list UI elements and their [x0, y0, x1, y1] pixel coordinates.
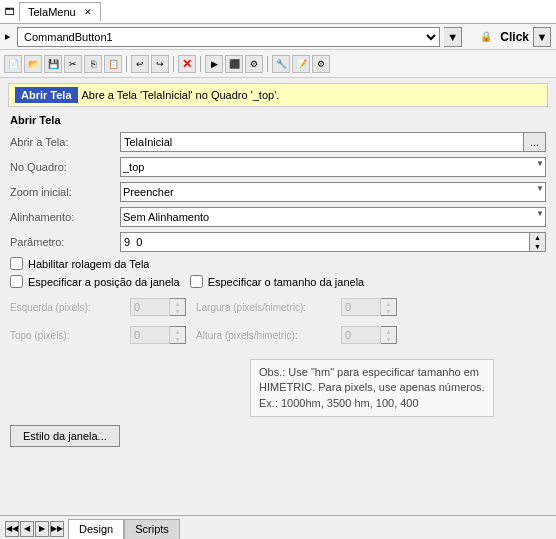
no-quadro-select[interactable]: _top _blank _self _parent [120, 157, 546, 177]
largura-spinner: ▲ ▼ [381, 298, 397, 316]
esquerda-spin-up: ▲ [170, 299, 185, 307]
nav-arrows: ◀◀ ◀ ▶ ▶▶ [5, 521, 64, 537]
topo-input-group: ▲ ▼ [130, 326, 186, 344]
topo-input [130, 326, 170, 344]
tab-design-label: Design [79, 523, 113, 535]
browse-label: ... [530, 136, 539, 148]
abrir-tela-input[interactable] [120, 132, 524, 152]
parametro-spin-up[interactable]: ▲ [530, 233, 545, 242]
alinhamento-select-wrapper: Sem Alinhamento Centro Topo ▼ [120, 207, 546, 227]
title-bar: 🗔 TelaMenu ✕ [0, 0, 556, 24]
zoom-select[interactable]: Preencher 100% Ajustar [120, 182, 546, 202]
largura-input [341, 298, 381, 316]
alinhamento-select[interactable]: Sem Alinhamento Centro Topo [120, 207, 546, 227]
especificar-tamanho-checkbox[interactable] [190, 275, 203, 288]
separator-3 [200, 56, 201, 72]
browse-button[interactable]: ... [524, 132, 546, 152]
altura-spinner: ▲ ▼ [381, 326, 397, 344]
info-action-label: Abrir Tela [15, 87, 78, 103]
click-label: Click [500, 30, 529, 44]
obs-text: Obs.: Use "hm" para especificar tamanho … [259, 366, 485, 409]
largura-spin-down: ▼ [381, 307, 396, 315]
no-quadro-select-wrapper: _top _blank _self _parent ▼ [120, 157, 546, 177]
altura-spin-down: ▼ [381, 335, 396, 343]
bottom-tab-bar: ◀◀ ◀ ▶ ▶▶ Design Scripts [0, 515, 556, 539]
properties-button[interactable]: 🔧 [272, 55, 290, 73]
build-button[interactable]: ⚙ [245, 55, 263, 73]
topo-label: Topo (pixels): [10, 330, 130, 341]
parametro-spin-down[interactable]: ▼ [530, 242, 545, 251]
no-quadro-label: No Quadro: [10, 161, 120, 173]
altura-spin-up: ▲ [381, 327, 396, 335]
largura-spin-up: ▲ [381, 299, 396, 307]
esquerda-spinner: ▲ ▼ [170, 298, 186, 316]
run-button[interactable]: ▶ [205, 55, 223, 73]
parametro-input-group: ▲ ▼ [120, 232, 546, 252]
section-title: Abrir Tela [10, 114, 546, 126]
window-tab[interactable]: TelaMenu ✕ [19, 2, 101, 21]
esquerda-input-group: ▲ ▼ [130, 298, 186, 316]
especificar-posicao-checkbox[interactable] [10, 275, 23, 288]
esquerda-label: Esquerda (pixels): [10, 302, 130, 313]
alinhamento-row: Alinhamento: Sem Alinhamento Centro Topo… [10, 207, 546, 227]
nav-last-button[interactable]: ▶▶ [50, 521, 64, 537]
paste-button[interactable]: 📋 [104, 55, 122, 73]
altura-row: Altura (pixels/himetric): ▲ ▼ [196, 326, 397, 344]
tab-close-icon[interactable]: ✕ [84, 7, 92, 17]
new-button[interactable]: 📄 [4, 55, 22, 73]
save-button[interactable]: 💾 [44, 55, 62, 73]
estilo-button-container: Estilo da janela... [10, 425, 546, 447]
command-dropdown-arrow[interactable]: ▼ [444, 27, 462, 47]
parametro-label: Parâmetro: [10, 236, 120, 248]
command-dropdown[interactable]: CommandButton1 [17, 27, 440, 47]
copy-button[interactable]: ⎘ [84, 55, 102, 73]
click-arrow-icon: ▼ [537, 31, 548, 43]
topo-spinner: ▲ ▼ [170, 326, 186, 344]
abrir-tela-label: Abrir a Tela: [10, 136, 120, 148]
click-dropdown-arrow[interactable]: ▼ [533, 27, 551, 47]
tab-design[interactable]: Design [68, 519, 124, 539]
altura-input [341, 326, 381, 344]
especificar-tamanho-row: Especificar o tamanho da janela [190, 275, 365, 288]
estilo-button[interactable]: Estilo da janela... [10, 425, 120, 447]
settings-button[interactable]: ⚙ [312, 55, 330, 73]
parametro-input[interactable] [120, 232, 530, 252]
especificar-posicao-label: Especificar a posição da janela [28, 276, 180, 288]
nav-first-button[interactable]: ◀◀ [5, 521, 19, 537]
info-description: Abre a Tela 'TelaInicial' no Quadro '_to… [82, 89, 280, 101]
toolbar: 📄 📂 💾 ✂ ⎘ 📋 ↩ ↪ ✕ ▶ ⬛ ⚙ 🔧 📝 ⚙ [0, 50, 556, 78]
undo-button[interactable]: ↩ [131, 55, 149, 73]
lock-icon: 🔒 [480, 31, 492, 42]
esquerda-spin-down: ▼ [170, 307, 185, 315]
stop-button[interactable]: ⬛ [225, 55, 243, 73]
separator-4 [267, 56, 268, 72]
altura-input-group: ▲ ▼ [341, 326, 397, 344]
habilitar-rolagem-row: Habilitar rolagem da Tela [10, 257, 546, 270]
habilitar-rolagem-checkbox[interactable] [10, 257, 23, 270]
tab-scripts[interactable]: Scripts [124, 519, 180, 539]
dropdown-arrow-icon: ▼ [447, 31, 458, 43]
nav-next-button[interactable]: ▶ [35, 521, 49, 537]
delete-button[interactable]: ✕ [178, 55, 196, 73]
script-button[interactable]: 📝 [292, 55, 310, 73]
separator-1 [126, 56, 127, 72]
esquerda-row: Esquerda (pixels): ▲ ▼ [10, 298, 186, 316]
redo-button[interactable]: ↪ [151, 55, 169, 73]
obs-spacer [10, 354, 250, 425]
tab-scripts-label: Scripts [135, 523, 169, 535]
arrow-icon: ▸ [5, 30, 11, 43]
topo-row: Topo (pixels): ▲ ▼ [10, 326, 186, 344]
abrir-tela-input-group: ... [120, 132, 546, 152]
especificar-tamanho-label: Especificar o tamanho da janela [208, 276, 365, 288]
dimensions-row-2: Topo (pixels): ▲ ▼ Altura (pixels/himetr… [10, 326, 546, 349]
habilitar-rolagem-label: Habilitar rolagem da Tela [28, 258, 149, 270]
obs-container: Obs.: Use "hm" para especificar tamanho … [10, 354, 546, 425]
zoom-label: Zoom inicial: [10, 186, 120, 198]
open-button[interactable]: 📂 [24, 55, 42, 73]
largura-label: Largura (pixels/himetric): [196, 302, 341, 313]
cut-button[interactable]: ✂ [64, 55, 82, 73]
topo-spin-up: ▲ [170, 327, 185, 335]
command-bar: ▸ CommandButton1 ▼ 🔒 Click ▼ [0, 24, 556, 50]
nav-prev-button[interactable]: ◀ [20, 521, 34, 537]
zoom-select-wrapper: Preencher 100% Ajustar ▼ [120, 182, 546, 202]
